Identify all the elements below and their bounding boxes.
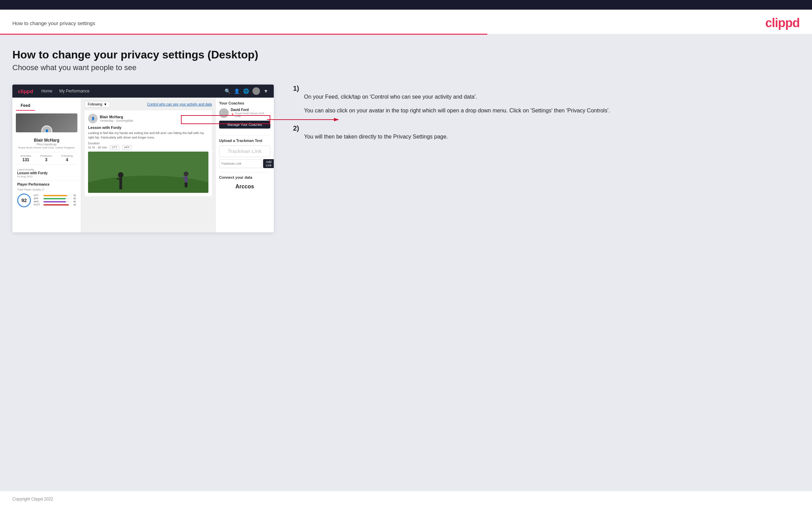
trackman-link-input[interactable] <box>219 159 262 168</box>
user-icon[interactable]: 👤 <box>234 88 240 94</box>
coach-item: David Ford 📍 Royal North Devon Golf Club <box>219 108 270 118</box>
pp-tpq-label: Total Player Quality ⓘ <box>17 188 76 191</box>
step2-number: 2) <box>293 124 299 132</box>
profile-info: Blair McHarg Plus Handicap Royal North D… <box>12 138 81 149</box>
feed-header: Following ▼ Control who can see your act… <box>85 101 212 108</box>
svg-rect-6 <box>121 185 122 189</box>
post-duration-value-row: 01 hr : 30 min OTT APP <box>88 145 208 150</box>
app-screenshot-wrapper: clippd Home My Performance 🔍 👤 🌐 ▼ <box>12 85 274 232</box>
bar-arg: ARG 86 <box>34 200 76 203</box>
chevron-down-icon[interactable]: ▼ <box>263 88 268 94</box>
profile-cover-image: 👤 <box>16 113 77 132</box>
control-link[interactable]: Control who can see your activity and da… <box>147 102 212 106</box>
post-user-info: Blair McHarg Yesterday · Sunningdale <box>100 115 133 122</box>
coach-name: David Ford <box>231 108 270 112</box>
copyright-text: Copyright Clippd 2022 <box>12 497 53 502</box>
left-sidebar: Feed 👤 Blair McHarg Plus Handicap Royal … <box>12 98 81 232</box>
post-card: 👤 Blair McHarg Yesterday · Sunningdale L… <box>85 110 212 196</box>
nav-home[interactable]: Home <box>41 89 52 93</box>
svg-rect-4 <box>117 178 122 179</box>
upload-trackman-title: Upload a Trackman Test <box>219 139 270 143</box>
nav-my-performance[interactable]: My Performance <box>59 89 89 93</box>
post-duration: Duration <box>88 142 208 145</box>
instruction-2: 2) You will then be taken directly to th… <box>293 124 800 141</box>
latest-activity: Latest Activity Lesson with Fordy 03 Aug… <box>12 166 81 180</box>
svg-rect-11 <box>186 183 187 187</box>
post-avatar: 👤 <box>88 114 98 123</box>
profile-handicap: Plus Handicap <box>16 143 77 146</box>
post-description: Looking to feel like my hands are exitin… <box>88 131 208 140</box>
pp-bars: OTT 90 APP 85 <box>34 194 76 207</box>
svg-rect-9 <box>182 177 187 178</box>
svg-rect-5 <box>119 185 121 189</box>
post-title: Lesson with Fordy <box>88 125 208 130</box>
stat-followers-value: 3 <box>40 157 52 162</box>
tag-ott: OTT <box>110 145 119 150</box>
stat-followers-label: Followers <box>40 154 52 157</box>
stat-following: Following 4 <box>61 154 73 162</box>
profile-stats: Activities 131 Followers 3 Following 4 <box>16 152 77 165</box>
tpq-label-text: Total Player Quality <box>17 188 41 191</box>
following-dropdown[interactable]: Following ▼ <box>85 101 110 108</box>
profile-name: Blair McHarg <box>16 138 77 143</box>
demo-area: clippd Home My Performance 🔍 👤 🌐 ▼ <box>12 85 800 232</box>
player-performance: Player Performance Total Player Quality … <box>12 180 81 209</box>
instruction-1: 1) On your Feed, click/tap on 'Control w… <box>293 85 800 115</box>
app-body: Feed 👤 Blair McHarg Plus Handicap Royal … <box>12 98 274 232</box>
coach-club: 📍 Royal North Devon Golf Club <box>231 112 270 118</box>
tag-app: APP <box>122 145 132 150</box>
stat-following-label: Following <box>61 154 73 157</box>
breadcrumb: How to change your privacy settings <box>12 20 95 26</box>
stat-activities-value: 131 <box>20 157 31 162</box>
svg-point-7 <box>184 172 188 176</box>
user-avatar[interactable] <box>252 87 260 95</box>
bar-ott: OTT 90 <box>34 194 76 197</box>
la-title: Lesson with Fordy <box>17 171 76 175</box>
trackman-input-row: Add Link <box>219 159 270 168</box>
dropdown-arrow: ▼ <box>104 102 107 106</box>
top-bar <box>0 0 812 10</box>
add-link-button[interactable]: Add Link <box>263 159 274 168</box>
app-screenshot: clippd Home My Performance 🔍 👤 🌐 ▼ <box>12 85 274 232</box>
la-date: 03 Aug 2022 <box>17 175 76 178</box>
la-label: Latest Activity <box>17 168 76 171</box>
step1-number: 1) <box>293 85 299 92</box>
post-author: Blair McHarg <box>100 115 133 119</box>
connect-data-section: Connect your data Arccos <box>219 175 270 192</box>
instruction-2-num: 2) <box>293 124 800 132</box>
coach-club-text: Royal North Devon Golf Club <box>235 112 270 118</box>
feed-tab[interactable]: Feed <box>16 101 35 111</box>
manage-coaches-button[interactable]: Manage Your Coaches <box>219 121 270 129</box>
profile-club: Royal North Devon Golf Club, United King… <box>16 146 77 149</box>
stat-activities-label: Activities <box>20 154 31 157</box>
step2-text: You will then be taken directly to the P… <box>304 132 800 141</box>
step1-text-1: On your Feed, click/tap on 'Control who … <box>304 92 800 101</box>
stat-followers: Followers 3 <box>40 154 52 162</box>
connect-title: Connect your data <box>219 175 270 179</box>
pp-title: Player Performance <box>17 183 76 186</box>
svg-rect-10 <box>185 183 186 187</box>
right-sidebar: Your Coaches David Ford 📍 Royal North De… <box>215 98 274 232</box>
tpq-circle: 92 <box>17 194 31 207</box>
page-subtitle: Choose what you want people to see <box>12 63 800 72</box>
trackman-placeholder-text: Trackman Link <box>228 148 261 154</box>
instruction-1-num: 1) <box>293 85 800 92</box>
stat-activities: Activities 131 <box>20 154 31 162</box>
coach-avatar <box>219 108 229 118</box>
post-golf-image <box>88 152 208 193</box>
coach-info: David Ford 📍 Royal North Devon Golf Club <box>231 108 270 118</box>
trackman-section: Upload a Trackman Test Trackman Link Add… <box>219 139 270 168</box>
header: How to change your privacy settings clip… <box>0 10 812 34</box>
globe-icon[interactable]: 🌐 <box>243 88 249 94</box>
feed-main: Following ▼ Control who can see your act… <box>81 98 215 232</box>
main-content: How to change your privacy settings (Des… <box>0 35 812 491</box>
sidebar-divider-2 <box>219 172 270 173</box>
location-icon: 📍 <box>231 113 234 117</box>
pp-body: 92 OTT 90 APP <box>17 194 76 207</box>
search-icon[interactable]: 🔍 <box>225 88 230 94</box>
nav-right: 🔍 👤 🌐 ▼ <box>225 87 268 95</box>
duration-value: 01 hr : 30 min <box>88 146 107 149</box>
trackman-placeholder-box: Trackman Link <box>219 145 270 157</box>
footer: Copyright Clippd 2022 <box>0 491 812 507</box>
coaches-section-title: Your Coaches <box>219 101 270 105</box>
